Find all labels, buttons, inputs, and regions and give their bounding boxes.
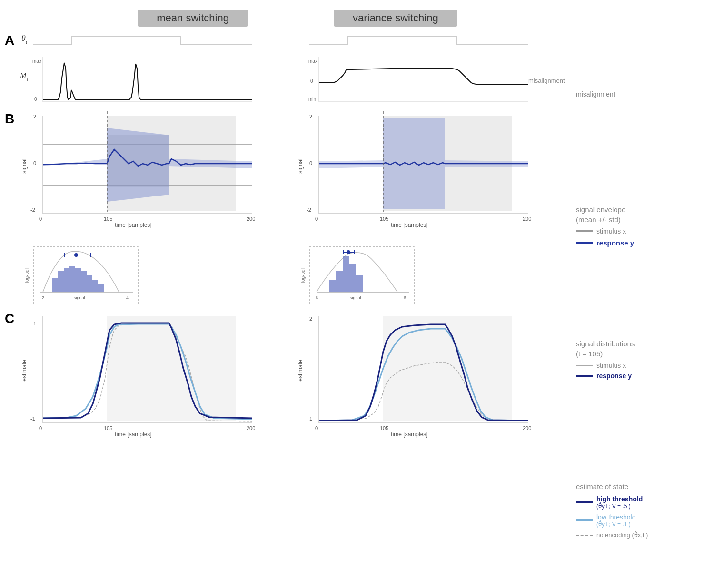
section-b-right-dist: log-pdf <box>295 245 552 306</box>
svg-text:-2: -2 <box>307 207 311 213</box>
stimulus-legend-label: stimulus x <box>596 227 626 235</box>
svg-text:2: 2 <box>33 114 36 119</box>
section-c-label: C <box>5 309 19 326</box>
svg-rect-53 <box>92 280 98 292</box>
section-c-right-estimate: 2 1 0 105 200 time [samples] estimate <box>295 309 552 432</box>
x-axis-label-b-left: time [samples] <box>115 222 151 228</box>
svg-text:105: 105 <box>380 425 388 431</box>
svg-text:θ: θ <box>21 33 26 43</box>
svg-text:1: 1 <box>309 416 312 421</box>
svg-text:min: min <box>308 97 316 102</box>
svg-text:4: 4 <box>126 295 129 300</box>
svg-rect-52 <box>87 275 92 292</box>
section-b-left-signal: 2 0 -2 <box>19 109 276 223</box>
svg-text:signal: signal <box>350 295 361 300</box>
svg-text:estimate: estimate <box>21 360 28 382</box>
svg-rect-78 <box>107 316 236 421</box>
svg-text:105: 105 <box>104 425 112 431</box>
y-axis-label-b-left: signal <box>21 158 28 173</box>
svg-rect-50 <box>75 268 81 292</box>
svg-text:time [samples]: time [samples] <box>391 431 427 438</box>
resp-dist-label: response y <box>596 372 632 380</box>
svg-text:0: 0 <box>33 160 36 166</box>
svg-rect-69 <box>356 275 363 292</box>
svg-text:-6: -6 <box>314 295 318 300</box>
svg-text:-2: -2 <box>30 207 35 213</box>
svg-rect-47 <box>58 271 64 292</box>
svg-text:6: 6 <box>404 295 406 300</box>
svg-text:signal: signal <box>297 158 304 173</box>
svg-rect-65 <box>343 256 349 292</box>
mean-switching-banner: mean switching <box>138 10 248 27</box>
svg-text:2: 2 <box>309 114 312 119</box>
section-b-right-signal: 2 0 -2 <box>295 109 552 223</box>
svg-text:M: M <box>20 71 27 79</box>
estimate-title: estimate of state <box>576 481 709 491</box>
section-b-label: B <box>5 109 19 127</box>
svg-point-56 <box>74 253 78 257</box>
svg-text:0: 0 <box>309 160 312 166</box>
svg-text:time [samples]: time [samples] <box>115 431 151 438</box>
section-a-left-plot: θ t M t max 0 <box>19 30 276 107</box>
svg-text:max: max <box>308 59 317 64</box>
section-c-left-estimate: 1 -1 0 105 200 time [samples] estimate <box>19 309 276 432</box>
svg-text:0: 0 <box>39 425 42 431</box>
distributions-title: signal distributions(t = 105) <box>576 339 709 359</box>
svg-rect-46 <box>52 278 58 292</box>
svg-text:time [samples]: time [samples] <box>391 222 427 228</box>
svg-text:0: 0 <box>39 216 42 222</box>
svg-rect-66 <box>349 264 356 292</box>
svg-text:t: t <box>26 39 27 45</box>
signal-envelope-title: signal envelope(mean +/- std) <box>576 205 709 225</box>
svg-text:200: 200 <box>247 216 255 222</box>
svg-text:105: 105 <box>104 216 112 222</box>
svg-point-71 <box>347 250 350 254</box>
stim-dist-label: stimulus x <box>596 362 626 369</box>
section-a-right-plot: max 0 min misalignment <box>295 30 552 107</box>
svg-rect-68 <box>329 280 336 292</box>
svg-text:2: 2 <box>309 316 312 322</box>
svg-rect-48 <box>64 268 69 292</box>
misalignment-legend-text: misalignment <box>576 90 615 98</box>
svg-rect-67 <box>336 271 343 292</box>
low-threshold-label: low threshold <box>596 513 636 521</box>
svg-text:200: 200 <box>523 425 531 431</box>
svg-marker-20 <box>43 159 107 166</box>
svg-text:log-pdf: log-pdf <box>300 268 306 283</box>
svg-text:max: max <box>32 59 41 64</box>
svg-text:signal: signal <box>74 295 85 300</box>
svg-text:200: 200 <box>523 216 531 222</box>
svg-text:105: 105 <box>380 216 388 222</box>
misalignment-label: misalignment <box>528 77 565 84</box>
svg-text:200: 200 <box>247 425 255 431</box>
svg-rect-54 <box>98 284 104 292</box>
svg-text:t: t <box>27 77 28 82</box>
section-a-label: A <box>5 30 19 48</box>
svg-text:-2: -2 <box>40 295 44 300</box>
no-encoding-label: no encoding (θ̂x,t ) <box>596 531 648 539</box>
svg-text:0: 0 <box>315 425 318 431</box>
section-b-left-dist: log-pdf <box>19 245 276 306</box>
high-threshold-label: high threshold <box>596 495 643 503</box>
low-threshold-sub: (θ̂y,t ; V = .1 ) <box>596 521 636 528</box>
svg-text:log-pdf: log-pdf <box>24 268 30 283</box>
svg-text:0: 0 <box>34 97 37 102</box>
svg-rect-51 <box>81 271 87 292</box>
svg-text:0: 0 <box>310 78 313 84</box>
legend-panel: misalignment signal envelope(mean +/- st… <box>566 10 709 583</box>
svg-rect-49 <box>69 266 75 292</box>
svg-text:-1: -1 <box>30 416 35 421</box>
svg-text:0: 0 <box>315 216 318 222</box>
svg-text:estimate: estimate <box>297 360 304 382</box>
high-threshold-sub: (θ̂y,t ; V = .5 ) <box>596 503 643 510</box>
svg-marker-33 <box>319 160 383 168</box>
response-legend-label: response y <box>596 239 634 247</box>
svg-text:1: 1 <box>33 321 36 326</box>
variance-switching-banner: variance switching <box>334 10 457 27</box>
